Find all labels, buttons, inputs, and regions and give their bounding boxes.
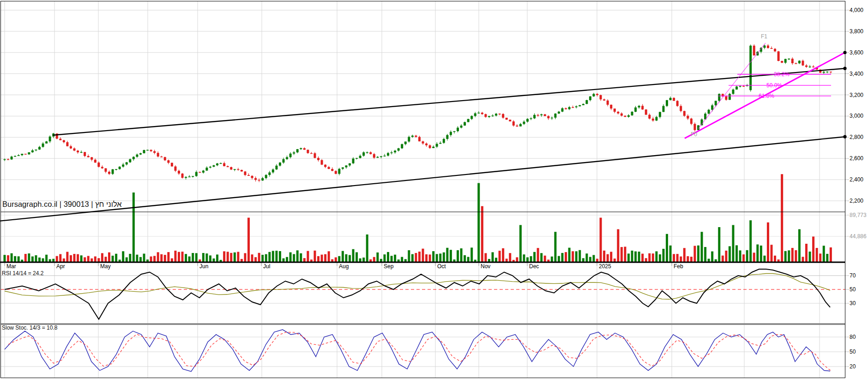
- rsi-tick-label: 50: [850, 287, 856, 293]
- price-tick-label: 3,800: [850, 29, 863, 35]
- fib-level-label: 38.2%: [774, 72, 790, 78]
- month-label: 2025: [599, 264, 611, 270]
- price-tick-label: 3,400: [850, 71, 863, 77]
- volume-tick-label: 44,886: [850, 234, 867, 240]
- stoch-tick-label: 80: [850, 334, 856, 340]
- month-label: Nov: [481, 264, 490, 270]
- stoch-tick-label: 50: [850, 349, 856, 355]
- month-label: Jul: [263, 264, 270, 270]
- price-tick-label: 3,000: [850, 113, 863, 119]
- rsi-panel-label: RSI 14/14 = 24.2: [2, 270, 43, 277]
- panel-borders-layer: [0, 1, 845, 378]
- month-label: Aug: [339, 264, 349, 270]
- trendlines-fib-layer[interactable]: [0, 43, 847, 221]
- month-label: Apr: [56, 264, 65, 270]
- price-tick-label: 3,600: [850, 50, 863, 56]
- chart-title: Bursagraph.co.il | 390013 | אלוני חץ: [2, 200, 122, 209]
- month-label: Feb: [674, 264, 683, 270]
- rsi-tick-label: 70: [850, 273, 856, 279]
- chart-root: Bursagraph.co.il | 390013 | אלוני חץ RSI…: [0, 0, 868, 379]
- candlesticks-layer: [4, 44, 832, 182]
- month-label: Jun: [199, 264, 208, 270]
- month-label: Dec: [529, 264, 539, 270]
- month-label: Oct: [437, 264, 446, 270]
- month-label: May: [100, 264, 111, 270]
- price-tick-label: 2,600: [850, 156, 863, 162]
- price-tick-label: 3,200: [850, 92, 863, 98]
- rsi-tick-label: 30: [850, 301, 856, 307]
- price-tick-label: 2,400: [850, 177, 863, 183]
- price-tick-label: 2,200: [850, 198, 863, 204]
- volume-tick-label: 89,773: [850, 212, 867, 218]
- fib-level-label: 50.0%: [766, 83, 782, 89]
- month-label: Sep: [384, 264, 393, 270]
- fib-level-label: 61.8%: [759, 93, 774, 99]
- gridlines-layer: [1, 1, 849, 378]
- rsi-indicator-layer: [5, 269, 830, 319]
- fib-f0-label: F0: [691, 132, 697, 138]
- price-tick-label: 4,000: [850, 7, 863, 13]
- stoch-tick-label: 20: [850, 364, 856, 370]
- stochastic-layer: [5, 330, 831, 372]
- chart-surface[interactable]: [0, 0, 868, 379]
- month-label: Mar: [6, 264, 16, 270]
- volume-bars-layer: [4, 174, 832, 262]
- fib-f1-label: F1: [761, 34, 767, 40]
- price-tick-label: 2,800: [850, 134, 863, 140]
- stoch-panel-label: Slow Stoc. 14/3 = 10.8: [2, 325, 57, 331]
